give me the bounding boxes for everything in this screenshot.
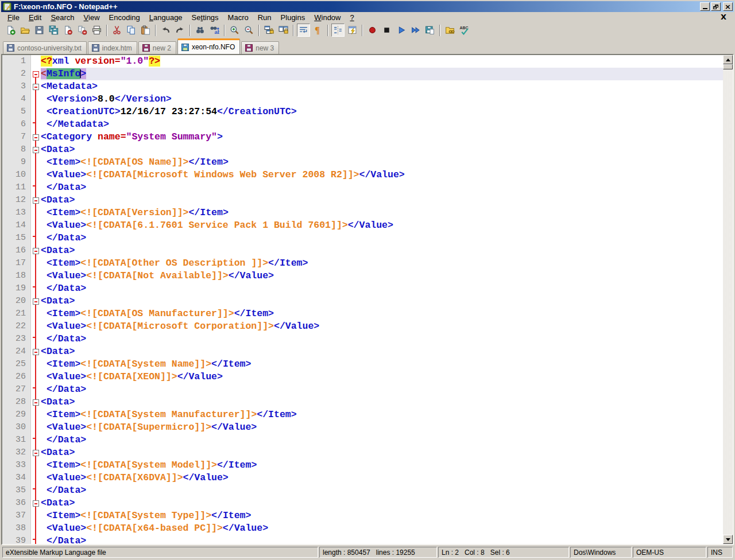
minimize-button[interactable] — [700, 2, 710, 11]
fold-toggle-icon[interactable] — [31, 131, 41, 143]
scrollbar-thumb[interactable] — [723, 64, 733, 69]
menu-run[interactable]: Run — [253, 13, 276, 22]
code-line-26[interactable]: 26 <Value><![CDATA[XEON]]></Value> — [2, 371, 723, 383]
tab-index-htm[interactable]: index.htm — [88, 41, 137, 54]
function-list-button[interactable] — [346, 24, 359, 37]
code-line-29[interactable]: 29 <Item><![CDATA[System Manufacturer]]>… — [2, 409, 723, 421]
code-line-21[interactable]: 21 <Item><![CDATA[OS Manufacturer]]></It… — [2, 308, 723, 320]
menu-macro[interactable]: Macro — [223, 13, 253, 22]
code-line-25[interactable]: 25 <Item><![CDATA[System Name]]></Item> — [2, 358, 723, 371]
zoom-out-button[interactable] — [242, 24, 256, 37]
cut-button[interactable] — [110, 24, 123, 37]
code-line-34[interactable]: 34 <Value><![CDATA[X6DVA]]></Value> — [2, 472, 723, 484]
code-line-27[interactable]: 27 </Data> — [2, 383, 723, 396]
code-line-10[interactable]: 10 <Value><![CDATA[Microsoft Windows Web… — [2, 169, 723, 181]
tab-xeon-nfo-nfo[interactable]: xeon-nfo.NFO — [177, 38, 240, 54]
scroll-down-button[interactable] — [723, 535, 733, 544]
menu-close-button[interactable]: X — [719, 13, 728, 21]
code-line-7[interactable]: 7<Category name="System Summary"> — [2, 131, 723, 143]
copy-button[interactable] — [125, 24, 138, 37]
sync-vertical-scroll-button[interactable] — [262, 24, 276, 37]
fold-toggle-icon[interactable] — [31, 80, 41, 93]
code-line-17[interactable]: 17 <Item><![CDATA[Other OS Description ]… — [2, 257, 723, 270]
menu-search[interactable]: Search — [46, 13, 79, 22]
code-line-24[interactable]: 24<Data> — [2, 345, 723, 358]
open-file-button[interactable] — [18, 24, 32, 37]
fold-toggle-icon[interactable] — [31, 396, 41, 409]
fold-toggle-icon[interactable] — [31, 295, 41, 308]
code-line-23[interactable]: 23 </Data> — [2, 333, 723, 345]
code-line-38[interactable]: 38 <Value><![CDATA[x64-based PC]]></Valu… — [2, 522, 723, 535]
scrollbar-track[interactable] — [723, 69, 733, 535]
vertical-scrollbar[interactable] — [723, 55, 733, 544]
code-line-18[interactable]: 18 <Value><![CDATA[Not Available]]></Val… — [2, 270, 723, 282]
code-line-3[interactable]: 3<Metadata> — [2, 80, 723, 93]
fold-toggle-icon[interactable] — [31, 194, 41, 207]
tab-new-3[interactable]: new 3 — [241, 41, 279, 54]
open-containing-folder-button[interactable] — [443, 24, 457, 37]
new-file-button[interactable] — [4, 24, 17, 37]
menu-window[interactable]: Window — [310, 13, 345, 22]
code-line-33[interactable]: 33 <Item><![CDATA[System Model]]></Item> — [2, 459, 723, 472]
save-button[interactable] — [33, 24, 46, 37]
fold-toggle-icon[interactable] — [31, 68, 41, 80]
replace-button[interactable]: ab — [208, 24, 221, 37]
fold-toggle-icon[interactable] — [31, 345, 41, 358]
menu-plugins[interactable]: Plugins — [276, 13, 310, 22]
close-button[interactable]: × — [723, 2, 733, 11]
code-line-13[interactable]: 13 <Item><![CDATA[Version]]></Item> — [2, 207, 723, 219]
tab-contoso-university-txt[interactable]: contoso-university.txt — [3, 41, 87, 54]
save-all-button[interactable] — [47, 24, 60, 37]
menu-file[interactable]: File — [3, 13, 24, 22]
fold-toggle-icon[interactable] — [31, 143, 41, 156]
word-wrap-button[interactable] — [297, 24, 310, 37]
code-line-16[interactable]: 16<Data> — [2, 244, 723, 257]
code-line-30[interactable]: 30 <Value><![CDATA[Supermicro]]></Value> — [2, 421, 723, 434]
redo-button[interactable] — [173, 24, 187, 37]
code-line-31[interactable]: 31 </Data> — [2, 434, 723, 446]
macro-play-button[interactable] — [394, 24, 408, 37]
text-area[interactable]: 1<?xml version="1.0"?>2<MsInfo>3<Metadat… — [2, 55, 723, 544]
code-line-22[interactable]: 22 <Value><![CDATA[Microsoft Corporation… — [2, 320, 723, 333]
code-line-9[interactable]: 9 <Item><![CDATA[OS Name]]></Item> — [2, 156, 723, 169]
code-line-8[interactable]: 8<Data> — [2, 143, 723, 156]
code-line-35[interactable]: 35 </Data> — [2, 484, 723, 497]
code-line-5[interactable]: 5 <CreationUTC>12/16/17 23:27:54</Creati… — [2, 106, 723, 118]
find-button[interactable] — [194, 24, 207, 37]
code-line-39[interactable]: 39 </Data> — [2, 535, 723, 544]
sync-horizontal-scroll-button[interactable] — [277, 24, 290, 37]
code-line-15[interactable]: 15 </Data> — [2, 232, 723, 244]
code-line-19[interactable]: 19 </Data> — [2, 282, 723, 295]
undo-button[interactable] — [159, 24, 172, 37]
show-all-characters-button[interactable]: ¶ — [311, 24, 324, 37]
macro-run-multiple-button[interactable] — [409, 24, 422, 37]
menu-settings[interactable]: Settings — [187, 13, 223, 22]
code-line-4[interactable]: 4 <Version>8.0</Version> — [2, 93, 723, 106]
code-line-32[interactable]: 32<Data> — [2, 446, 723, 459]
scroll-up-button[interactable] — [723, 55, 733, 64]
code-line-37[interactable]: 37 <Item><![CDATA[System Type]]></Item> — [2, 510, 723, 522]
close-all-button[interactable] — [76, 24, 89, 37]
macro-record-button[interactable] — [366, 24, 379, 37]
titlebar[interactable]: F:\xeon-nfo.NFO - Notepad++ × — [1, 1, 734, 12]
macro-save-button[interactable] — [423, 24, 436, 37]
fold-toggle-icon[interactable] — [31, 497, 41, 510]
print-button[interactable] — [90, 24, 103, 37]
code-line-6[interactable]: 6 </Metadata> — [2, 118, 723, 131]
code-line-12[interactable]: 12<Data> — [2, 194, 723, 207]
close-button[interactable] — [61, 24, 75, 37]
code-line-20[interactable]: 20<Data> — [2, 295, 723, 308]
code-line-2[interactable]: 2<MsInfo> — [2, 68, 723, 80]
fold-toggle-icon[interactable] — [31, 244, 41, 257]
code-line-28[interactable]: 28<Data> — [2, 396, 723, 409]
menu-language[interactable]: Language — [145, 13, 187, 22]
zoom-in-button[interactable] — [228, 24, 241, 37]
code-line-36[interactable]: 36<Data> — [2, 497, 723, 510]
menu-view[interactable]: View — [79, 13, 105, 22]
code-line-11[interactable]: 11 </Data> — [2, 181, 723, 194]
menu-encoding[interactable]: Encoding — [105, 13, 145, 22]
spell-check-button[interactable]: ABC — [458, 24, 471, 37]
paste-button[interactable] — [139, 24, 152, 37]
tab-new-2[interactable]: new 2 — [138, 41, 176, 54]
menu-edit[interactable]: Edit — [24, 13, 46, 22]
